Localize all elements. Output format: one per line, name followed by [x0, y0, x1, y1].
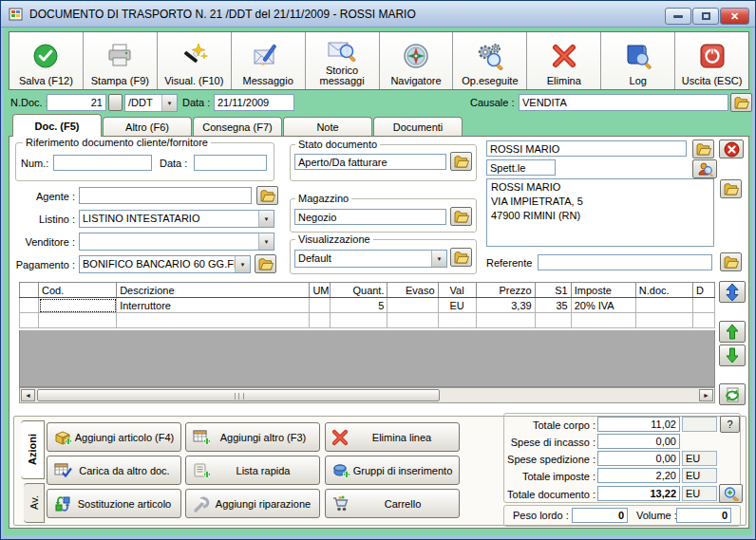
spese-incasso-value[interactable]: [597, 434, 680, 449]
grid-cell[interactable]: [438, 313, 476, 328]
tab-consegna[interactable]: Consegna (F7): [193, 117, 282, 137]
grid-cell[interactable]: EU: [438, 298, 476, 313]
grid-column-header[interactable]: Val: [438, 283, 476, 298]
executed-operations-button[interactable]: Op.eseguite: [453, 32, 527, 89]
grid-cell[interactable]: [310, 298, 331, 313]
cliente-name-input[interactable]: [486, 140, 687, 157]
minimize-button[interactable]: [665, 8, 691, 25]
save-button[interactable]: Salva (F12): [9, 32, 84, 89]
address-lookup-button[interactable]: [720, 179, 742, 198]
agente-input[interactable]: [79, 187, 252, 204]
cliente-contact-search-button[interactable]: [692, 159, 717, 178]
log-button[interactable]: Log: [601, 32, 675, 89]
grid-cell[interactable]: [39, 313, 117, 328]
data-input[interactable]: [214, 94, 294, 111]
ndoc-input[interactable]: [47, 94, 106, 111]
tab-documenti[interactable]: Documenti: [373, 117, 463, 137]
line-up-button[interactable]: [719, 321, 746, 343]
grid-cell[interactable]: [20, 313, 39, 328]
totals-help-button[interactable]: ?: [720, 416, 740, 433]
grid-column-header[interactable]: Prezzo: [476, 283, 535, 298]
grid-cell[interactable]: [692, 313, 714, 328]
cliente-lookup-button[interactable]: [692, 140, 714, 158]
chevron-down-icon[interactable]: ▼: [258, 233, 274, 250]
grid-cell[interactable]: [20, 298, 39, 313]
stato-input[interactable]: [294, 154, 446, 170]
grid-cell[interactable]: [331, 313, 387, 328]
chevron-down-icon[interactable]: ▼: [431, 251, 446, 267]
grid-cell[interactable]: 3,39: [476, 298, 535, 313]
refresh-lines-button[interactable]: [719, 383, 746, 405]
grid-horizontal-scrollbar[interactable]: ◄ ►: [19, 387, 715, 403]
grid-column-header[interactable]: Descrizione: [117, 283, 310, 298]
chevron-down-icon[interactable]: ▼: [258, 211, 274, 227]
grid-cell[interactable]: 20% IVA: [571, 298, 635, 313]
num-input[interactable]: [53, 155, 152, 171]
maximize-button[interactable]: [692, 8, 719, 25]
scroll-left-icon[interactable]: ◄: [21, 389, 35, 401]
add-article-button[interactable]: Aggiungi articolo (F4): [47, 422, 181, 452]
referente-lookup-button[interactable]: [720, 252, 742, 271]
magazzino-lookup-button[interactable]: [450, 207, 472, 226]
referente-input[interactable]: [538, 254, 712, 270]
pagamento-lookup-button[interactable]: [255, 254, 276, 273]
totale-corpo-value[interactable]: [597, 417, 680, 432]
message-button[interactable]: Messaggio: [232, 32, 306, 89]
grid-row[interactable]: Interruttore5EU3,393520% IVA: [20, 298, 715, 313]
peso-lordo-value[interactable]: [572, 508, 628, 523]
grid-cell[interactable]: [117, 313, 310, 328]
chevron-down-icon[interactable]: ▼: [235, 256, 250, 272]
quick-list-button[interactable]: Lista rapida: [185, 456, 320, 485]
grid-cell[interactable]: [535, 313, 571, 328]
grid-cell[interactable]: 35: [535, 298, 571, 313]
line-down-button[interactable]: [719, 344, 746, 366]
magazzino-input[interactable]: [294, 209, 446, 225]
ndoc-aux-button[interactable]: [108, 94, 123, 111]
visualizzazione-lookup-button[interactable]: [450, 248, 472, 267]
causale-input[interactable]: [519, 94, 728, 111]
grid-cell[interactable]: [387, 298, 438, 313]
load-from-doc-button[interactable]: Carica da altro doc.: [47, 456, 181, 485]
grid-column-header[interactable]: N.doc.: [635, 283, 692, 298]
pagamento-select[interactable]: BONIFICO BANCARIO 60 GG.FM ▼: [79, 255, 251, 273]
navigator-button[interactable]: Navigatore: [380, 32, 454, 89]
listino-select[interactable]: LISTINO INTESTATARIO ▼: [79, 210, 274, 228]
tab-altro[interactable]: Altro (F6): [103, 117, 192, 137]
venditore-select[interactable]: ▼: [79, 233, 274, 251]
replace-article-button[interactable]: Sostituzione articolo: [47, 489, 181, 518]
agente-lookup-button[interactable]: [256, 186, 278, 205]
grid-column-header[interactable]: S1: [535, 283, 571, 298]
grid-row[interactable]: [20, 313, 715, 328]
totale-imposte-value[interactable]: [597, 468, 680, 483]
visualizzazione-select[interactable]: Default ▼: [294, 250, 447, 268]
grid-column-header[interactable]: Cod.: [39, 283, 117, 298]
stato-lookup-button[interactable]: [450, 152, 472, 171]
rif-data-input[interactable]: [194, 155, 267, 171]
grid-cell[interactable]: [571, 313, 635, 328]
cliente-clear-button[interactable]: [719, 140, 744, 158]
tab-doc[interactable]: Doc. (F5): [12, 114, 102, 137]
message-history-button[interactable]: Storico messaggi: [306, 32, 380, 89]
grid-column-header[interactable]: Quant.: [331, 283, 387, 298]
print-button[interactable]: Stampa (F9): [84, 32, 158, 89]
actions-tab-azioni[interactable]: Azioni: [21, 420, 45, 479]
move-line-button[interactable]: [719, 281, 746, 303]
delete-line-button[interactable]: Elimina linea: [325, 422, 460, 452]
grid-column-header[interactable]: Imposte: [571, 283, 635, 298]
chevron-down-icon[interactable]: ▼: [161, 95, 177, 111]
totals-zoom-button[interactable]: [719, 484, 743, 503]
close-button[interactable]: ✕: [720, 8, 749, 25]
grid-cell[interactable]: [635, 313, 692, 328]
volume-value[interactable]: [676, 508, 731, 523]
exit-button[interactable]: Uscita (ESC): [675, 32, 748, 89]
lines-grid[interactable]: Cod.DescrizioneUMQuant.EvasoValPrezzoS1I…: [19, 282, 715, 328]
grid-cell[interactable]: [476, 313, 535, 328]
grid-column-header[interactable]: D: [692, 283, 714, 298]
grid-column-header[interactable]: [20, 283, 39, 298]
grid-column-header[interactable]: Evaso: [387, 283, 438, 298]
scroll-right-icon[interactable]: ►: [699, 389, 713, 401]
grid-cell[interactable]: [692, 298, 714, 313]
causale-lookup-button[interactable]: [730, 93, 752, 112]
add-repair-button[interactable]: Aggiungi riparazione: [185, 489, 320, 518]
grid-column-header[interactable]: UM: [310, 283, 331, 298]
